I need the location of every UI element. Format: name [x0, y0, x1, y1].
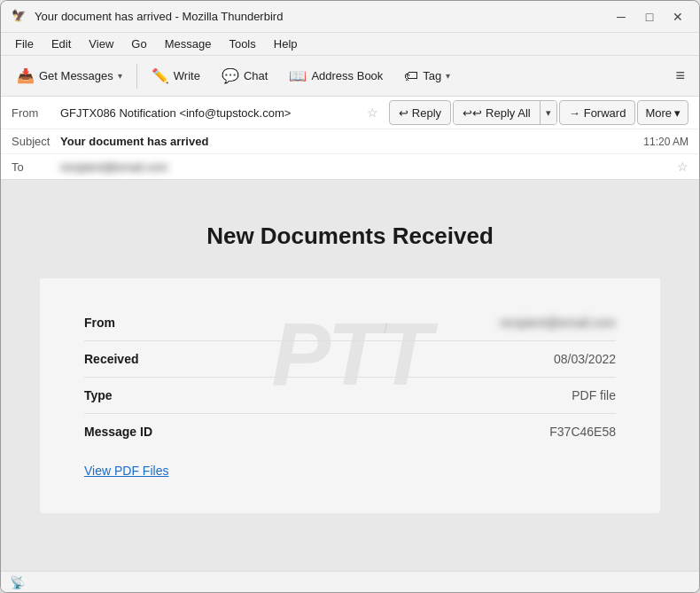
tag-button[interactable]: 🏷 Tag ▾	[395, 64, 459, 89]
menu-tools[interactable]: Tools	[222, 35, 262, 52]
get-messages-dropdown-icon[interactable]: ▾	[118, 71, 122, 81]
write-icon: ✏️	[152, 67, 169, 84]
window-controls: ─ □ ✕	[611, 6, 688, 27]
reply-all-label: Reply All	[486, 106, 531, 120]
to-value: recipient@email.com	[60, 160, 673, 174]
forward-label: Forward	[584, 106, 626, 120]
field-row-from: From recipient@email.com	[84, 305, 616, 341]
address-book-button[interactable]: 📖 Address Book	[280, 63, 392, 89]
to-star-icon[interactable]: ☆	[677, 160, 688, 174]
view-pdf-link[interactable]: View PDF Files	[84, 464, 168, 478]
window-title: Your document has arrived - Mozilla Thun…	[35, 10, 611, 23]
from-star-icon[interactable]: ☆	[367, 105, 378, 120]
status-icon: 📡	[10, 575, 25, 589]
menu-go[interactable]: Go	[124, 35, 153, 52]
field-label-message-id: Message ID	[84, 414, 297, 450]
to-label: To	[12, 160, 60, 174]
tag-label: Tag	[423, 69, 441, 82]
address-book-label: Address Book	[311, 69, 383, 82]
forward-icon: →	[569, 106, 580, 120]
from-value: GFJTX086 Notification <info@tupstock.com…	[60, 106, 363, 120]
hamburger-menu-button[interactable]: ≡	[668, 62, 692, 90]
message-body: PTT New Documents Received From recipien…	[1, 180, 699, 571]
menu-view[interactable]: View	[82, 35, 121, 52]
write-button[interactable]: ✏️ Write	[143, 63, 209, 89]
to-row: To recipient@email.com ☆	[1, 154, 699, 179]
menu-message[interactable]: Message	[158, 35, 219, 52]
subject-row: Subject Your document has arrived 11:20 …	[1, 129, 699, 154]
action-bar: ↩ Reply ↩↩ Reply All ▾ → Forward More ▾	[389, 100, 688, 125]
field-value-from: recipient@email.com	[297, 305, 616, 341]
reply-all-dropdown-button[interactable]: ▾	[541, 101, 556, 124]
reply-all-icon: ↩↩	[463, 106, 482, 120]
field-row-message-id: Message ID F37C46E58	[84, 414, 616, 450]
toolbar-separator-1	[136, 64, 137, 89]
close-button[interactable]: ✕	[667, 6, 688, 27]
field-value-type: PDF file	[297, 378, 616, 414]
title-bar: 🦅 Your document has arrived - Mozilla Th…	[1, 1, 699, 33]
more-button[interactable]: More ▾	[637, 100, 688, 125]
reply-label: Reply	[412, 106, 441, 120]
chat-button[interactable]: 💬 Chat	[213, 63, 276, 89]
field-label-received: Received	[84, 341, 297, 378]
app-icon: 🦅	[12, 9, 27, 25]
get-messages-label: Get Messages	[39, 69, 113, 82]
more-arrow-icon: ▾	[674, 106, 681, 120]
email-title: New Documents Received	[75, 222, 625, 250]
forward-button[interactable]: → Forward	[559, 100, 636, 125]
write-label: Write	[174, 69, 200, 82]
field-value-received: 08/03/2022	[297, 341, 616, 378]
chat-label: Chat	[244, 69, 268, 82]
address-book-icon: 📖	[289, 67, 307, 84]
message-header: From GFJTX086 Notification <info@tupstoc…	[1, 97, 699, 180]
from-row: From GFJTX086 Notification <info@tupstoc…	[1, 97, 699, 129]
email-card: PTT New Documents Received From recipien…	[40, 194, 660, 513]
message-time: 11:20 AM	[643, 136, 688, 148]
field-label-type: Type	[84, 378, 297, 414]
menu-help[interactable]: Help	[267, 35, 305, 52]
reply-icon: ↩	[399, 106, 408, 120]
menu-file[interactable]: File	[8, 35, 41, 52]
field-row-type: Type PDF file	[84, 378, 616, 414]
email-body-section: From recipient@email.com Received 08/03/…	[40, 278, 660, 513]
tag-dropdown-icon[interactable]: ▾	[446, 71, 450, 81]
subject-value: Your document has arrived	[60, 135, 643, 148]
field-value-message-id: F37C46E58	[297, 414, 616, 450]
from-label: From	[12, 106, 60, 120]
get-messages-icon: 📥	[17, 67, 35, 84]
maximize-button[interactable]: □	[639, 6, 660, 27]
more-label: More	[645, 106, 672, 120]
tag-icon: 🏷	[404, 68, 418, 84]
toolbar: 📥 Get Messages ▾ ✏️ Write 💬 Chat 📖 Addre…	[1, 56, 699, 97]
status-bar: 📡	[1, 571, 699, 592]
reply-all-split-button: ↩↩ Reply All ▾	[453, 100, 557, 125]
menu-bar: File Edit View Go Message Tools Help	[1, 33, 699, 56]
subject-label: Subject	[12, 135, 60, 148]
field-row-received: Received 08/03/2022	[84, 341, 616, 378]
get-messages-button[interactable]: 📥 Get Messages ▾	[8, 63, 131, 89]
menu-edit[interactable]: Edit	[44, 35, 78, 52]
field-label-from: From	[84, 305, 297, 341]
main-window: 🦅 Your document has arrived - Mozilla Th…	[0, 0, 700, 593]
reply-all-button[interactable]: ↩↩ Reply All	[454, 101, 541, 124]
email-fields-table: From recipient@email.com Received 08/03/…	[84, 305, 616, 449]
minimize-button[interactable]: ─	[611, 6, 632, 27]
email-header: New Documents Received	[40, 194, 660, 278]
reply-button[interactable]: ↩ Reply	[389, 100, 451, 125]
chat-icon: 💬	[222, 67, 239, 84]
